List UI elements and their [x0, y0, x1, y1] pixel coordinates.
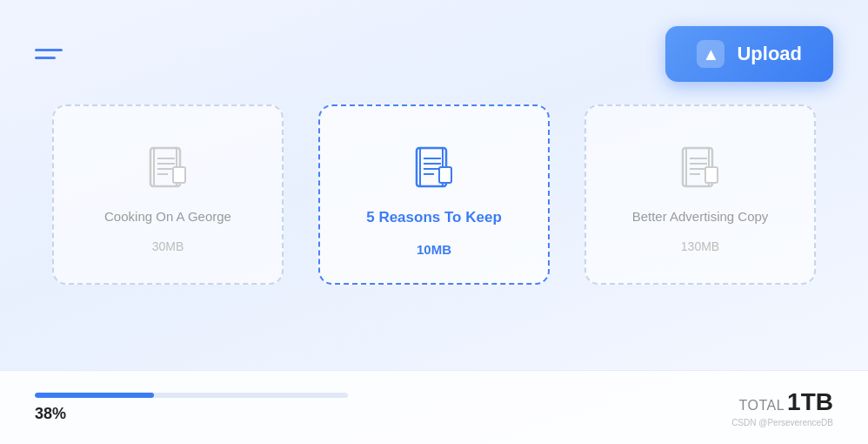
upload-label: Upload: [737, 43, 802, 65]
total-text-label: TOTAL: [739, 398, 785, 414]
card-2-icon: [408, 141, 460, 193]
card-2-name: 5 Reasons To Keep: [366, 207, 502, 228]
header: ▲ Upload: [0, 26, 868, 82]
card-1-size: 30MB: [152, 239, 184, 253]
bottom-bar: 38% TOTAL 1TB CSDN @PerseverenceDB: [0, 370, 868, 444]
cards-container: Cooking On A George 30MB 5 Reasons To Ke…: [0, 104, 868, 285]
card-1-icon: [142, 141, 194, 193]
card-1[interactable]: Cooking On A George 30MB: [52, 104, 284, 285]
card-2-size: 10MB: [417, 242, 451, 257]
card-1-name: Cooking On A George: [104, 207, 231, 225]
card-3-size: 130MB: [681, 239, 719, 253]
progress-section: 38%: [35, 393, 348, 423]
upload-button[interactable]: ▲ Upload: [665, 26, 833, 82]
card-3[interactable]: Better Advertising Copy 130MB: [584, 104, 816, 285]
card-3-icon: [674, 141, 726, 193]
svg-rect-13: [439, 167, 451, 183]
total-line: TOTAL 1TB: [739, 388, 834, 416]
menu-icon[interactable]: [35, 49, 63, 59]
card-2[interactable]: 5 Reasons To Keep 10MB: [318, 104, 550, 285]
total-section: TOTAL 1TB CSDN @PerseverenceDB: [731, 388, 833, 427]
upload-arrow-icon: ▲: [697, 40, 724, 68]
progress-fill: [35, 393, 154, 398]
total-value: 1TB: [787, 388, 833, 416]
progress-track: [35, 393, 348, 398]
svg-rect-20: [705, 167, 718, 183]
progress-label: 38%: [35, 405, 348, 423]
card-3-name: Better Advertising Copy: [632, 207, 769, 225]
svg-rect-6: [173, 167, 185, 183]
watermark: CSDN @PerseverenceDB: [731, 418, 833, 427]
